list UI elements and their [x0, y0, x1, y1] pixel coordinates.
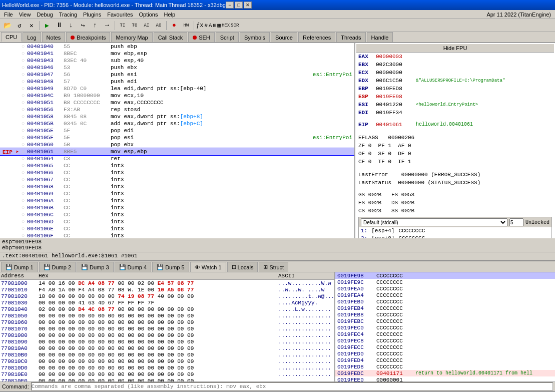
btab-locals[interactable]: ⊡ Locals: [227, 262, 258, 272]
dump-row[interactable]: 7708102018 00 00 00 00 00 00 00 74 19 08…: [0, 293, 334, 299]
dump-row[interactable]: 770810E000 00 00 00 00 00 00 00 00 00 00…: [0, 371, 334, 377]
disasm-row[interactable]: ○0040104055push ebp: [0, 43, 354, 50]
disasm-row[interactable]: ○0040105F5Epop esiesi:EntryPoi: [0, 134, 354, 141]
stack-row[interactable]: 0019FEC4CCCCCCCC: [335, 331, 555, 337]
tab-references[interactable]: References: [298, 32, 335, 42]
disasm-row[interactable]: ○00401064C3ret: [0, 155, 354, 162]
disasm-row[interactable]: ○00401051B8 CCCCCCCCmov eax,CCCCCCCC: [0, 99, 354, 106]
disasm-row[interactable]: ○0040106ECCint3: [0, 225, 354, 232]
menu-debug[interactable]: Debug: [34, 11, 56, 18]
toolbar-trace-in[interactable]: TI: [117, 20, 128, 31]
dump-row[interactable]: 7708109000 00 00 00 00 00 00 00 00 00 00…: [0, 338, 334, 345]
stack-row[interactable]: 0019FEB8CCCCCCCC: [335, 311, 555, 318]
dump-row[interactable]: 7708107000 00 00 00 00 00 00 00 00 00 00…: [0, 325, 334, 332]
btab-struct[interactable]: ⊞ Struct: [259, 262, 288, 272]
tab-symbols[interactable]: Symbols: [240, 32, 270, 42]
disasm-row[interactable]: ○004010418BECmov ebp,esp: [0, 50, 354, 57]
disasm-row[interactable]: ○004010605Bpop ebx: [0, 141, 354, 148]
toolbar-ani-over[interactable]: AO: [153, 20, 164, 31]
disasm-row[interactable]: ○0040106ACCint3: [0, 197, 354, 204]
stack-row[interactable]: 0019FEB4CCCCCCCC: [335, 305, 555, 311]
disasm-row[interactable]: ○0040105B0345 0Cadd eax,dword ptr ss:[eb…: [0, 120, 354, 127]
close-button[interactable]: ✕: [244, 2, 252, 9]
stack-row[interactable]: 0019FEE000000001: [335, 376, 555, 381]
menu-view[interactable]: View: [16, 11, 34, 18]
dump-row[interactable]: 7708103000 00 00 00 41 63 4D 67 FF FF FF…: [0, 299, 334, 306]
toolbar-run[interactable]: ▶: [42, 20, 53, 31]
stack-row[interactable]: 0019FECCCCCCCCCC: [335, 344, 555, 350]
tab-notes[interactable]: Notes: [42, 32, 66, 42]
stack-row[interactable]: 0019FEC0CCCCCCCC: [335, 324, 555, 331]
dump-row[interactable]: 770810D000 00 00 00 00 00 00 00 00 00 00…: [0, 364, 334, 371]
menu-file[interactable]: File: [1, 11, 16, 18]
stack-row[interactable]: 0019FEA0CCCCCCCC: [335, 285, 555, 292]
calling-convention-select[interactable]: Default (stdcall): [361, 218, 507, 226]
btab-watch1[interactable]: 👁 Watch 1: [190, 262, 226, 272]
dump-row[interactable]: 7708106000 00 00 00 00 00 00 00 00 00 00…: [0, 319, 334, 325]
stack-row[interactable]: 0019FED8CCCCCCCC: [335, 363, 555, 370]
stack-row[interactable]: 0019FEDC00401171return to helloworld.004…: [335, 370, 555, 376]
disasm-row[interactable]: ○0040106BCCint3: [0, 204, 354, 211]
tab-threads[interactable]: Threads: [336, 32, 365, 42]
stack-row[interactable]: 0019FED0CCCCCCCC: [335, 350, 555, 357]
stack-row[interactable]: 0019FE98CCCCCCCC: [335, 272, 555, 279]
tab-handle[interactable]: Handle: [367, 32, 393, 42]
dump-row[interactable]: 7708108000 00 00 00 00 00 00 00 00 00 00…: [0, 332, 334, 338]
stack-row[interactable]: 0019FEB0CCCCCCCC: [335, 298, 555, 305]
toolbar-bp[interactable]: ●: [169, 20, 180, 31]
disasm-row[interactable]: ○0040104CB9 10000000mov ecx,10: [0, 92, 354, 99]
dump-row[interactable]: 7708105000 00 00 00 00 00 00 00 00 00 00…: [0, 312, 334, 319]
minimize-button[interactable]: −: [226, 2, 234, 9]
tab-breakpoints[interactable]: Breakpoints: [66, 32, 110, 42]
disasm-row[interactable]: ○004010498D7D C0lea edi,dword ptr ss:[eb…: [0, 85, 354, 92]
btab-dump5[interactable]: 💾 Dump 5: [152, 262, 189, 272]
menu-favourites[interactable]: Favourites: [104, 11, 136, 18]
btab-dump1[interactable]: 💾 Dump 1: [1, 262, 38, 272]
disasm-row[interactable]: ○004010588B45 08mov eax,dword ptr ss:[eb…: [0, 113, 354, 120]
disasm-row[interactable]: ○0040106FCCint3: [0, 232, 354, 238]
stack-row[interactable]: 0019FE9CCCCCCCCC: [335, 279, 555, 285]
tab-cpu[interactable]: CPU: [1, 32, 22, 42]
tab-seh[interactable]: SEH: [188, 32, 215, 42]
toolbar-stepover[interactable]: ↪: [78, 20, 89, 31]
tab-memorymap[interactable]: Memory Map: [111, 32, 152, 42]
stack-row[interactable]: 0019FED4CCCCCCCC: [335, 357, 555, 363]
disasm-row[interactable]: ○00401065CCint3: [0, 162, 354, 169]
dump-row[interactable]: 770810C000 00 00 00 00 00 00 00 00 00 00…: [0, 358, 334, 364]
disasm-row[interactable]: ○0040104653push ebx: [0, 64, 354, 71]
stack-row[interactable]: 0019FEBCCCCCCCCC: [335, 318, 555, 324]
disasm-row[interactable]: ○0040104857push edi: [0, 78, 354, 85]
disasm-row[interactable]: ○0040105E5Fpop edi: [0, 127, 354, 134]
disasm-row[interactable]: ○0040104756push esiesi:EntryPoi: [0, 71, 354, 78]
tab-script[interactable]: Script: [216, 32, 239, 42]
maximize-button[interactable]: □: [235, 2, 243, 9]
dump-row[interactable]: 770810A000 00 00 00 00 00 00 00 00 00 00…: [0, 345, 334, 351]
toolbar-close[interactable]: ✕: [26, 20, 37, 31]
toolbar-hw-bp[interactable]: HW: [181, 20, 192, 31]
disasm-row[interactable]: ○0040106CCCint3: [0, 211, 354, 218]
disasm-row[interactable]: ○00401069CCint3: [0, 190, 354, 197]
disasm-row[interactable]: ○0040104383EC 40sub esp,40: [0, 57, 354, 64]
menu-tracing[interactable]: Tracing: [56, 11, 80, 18]
menu-help[interactable]: Help: [161, 11, 178, 18]
tab-source[interactable]: Source: [271, 32, 297, 42]
toolbar-runto[interactable]: →: [102, 20, 113, 31]
disasm-row[interactable]: ○0040106DCCint3: [0, 218, 354, 225]
stack-row[interactable]: 0019FEA4CCCCCCCC: [335, 292, 555, 298]
menu-plugins[interactable]: Plugins: [80, 11, 104, 18]
dump-row[interactable]: 7708104002 00 00 00 D4 4C 08 77 00 00 00…: [0, 306, 334, 312]
tab-log[interactable]: Log: [23, 32, 41, 42]
disasm-row[interactable]: ○00401056F3:ABrep stosd: [0, 106, 354, 113]
toolbar-trace-over[interactable]: TO: [129, 20, 140, 31]
dump-row[interactable]: 770810F000 00 00 00 00 00 00 00 00 00 00…: [0, 377, 334, 381]
dump-row[interactable]: 77081010F4 A0 1A 00 F4 A4 08 77 08 W. 1E…: [0, 286, 334, 293]
stack-row[interactable]: 0019FEC8CCCCCCCC: [335, 337, 555, 344]
command-input[interactable]: [31, 382, 553, 390]
toolbar-stepin[interactable]: ↓: [66, 20, 77, 31]
toolbar-open[interactable]: 📂: [2, 20, 13, 31]
dump-row[interactable]: 7708100014 00 16 00 DC A4 08 77 00 00 02…: [0, 280, 334, 286]
toolbar-stepout[interactable]: ↑: [90, 20, 101, 31]
dump-row[interactable]: 770810B000 00 00 00 00 00 00 00 00 00 00…: [0, 351, 334, 358]
toolbar-ani-in[interactable]: AI: [141, 20, 152, 31]
arg-count-input[interactable]: [509, 218, 523, 226]
